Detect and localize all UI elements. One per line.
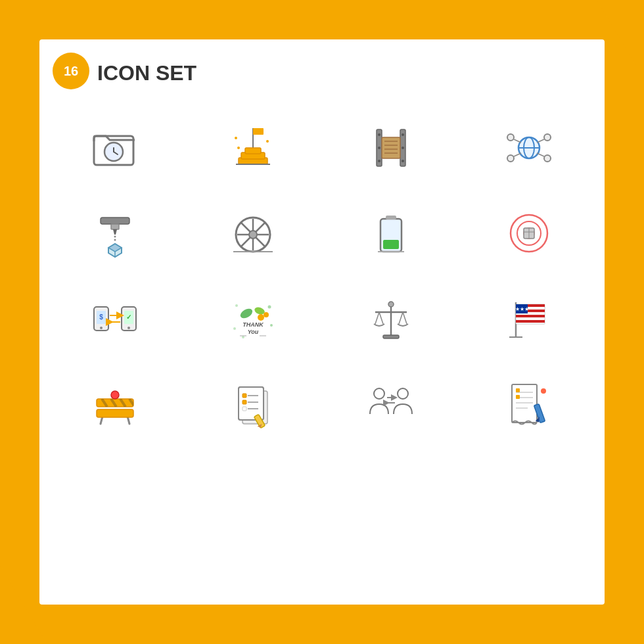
svg-point-77 xyxy=(270,324,273,327)
icon-receipt-pen xyxy=(467,368,591,440)
svg-rect-133 xyxy=(516,395,520,399)
svg-point-40 xyxy=(114,236,116,238)
icon-battery xyxy=(329,197,453,269)
svg-rect-38 xyxy=(111,224,119,229)
icon-film-scroll xyxy=(329,112,453,184)
svg-text:$: $ xyxy=(99,313,103,321)
svg-point-125 xyxy=(374,388,384,399)
svg-point-21 xyxy=(378,147,380,149)
svg-rect-88 xyxy=(383,335,399,338)
icon-wheel xyxy=(191,197,315,269)
svg-point-31 xyxy=(507,155,514,162)
svg-rect-117 xyxy=(242,394,246,398)
svg-line-51 xyxy=(241,223,250,232)
svg-point-79 xyxy=(239,307,254,320)
svg-line-93 xyxy=(403,312,407,324)
svg-point-76 xyxy=(233,327,236,330)
svg-rect-57 xyxy=(386,216,396,219)
svg-line-52 xyxy=(256,237,265,246)
svg-line-92 xyxy=(399,312,403,324)
svg-rect-37 xyxy=(101,218,129,224)
svg-marker-39 xyxy=(113,229,117,235)
svg-point-23 xyxy=(402,133,404,136)
svg-rect-11 xyxy=(245,148,261,154)
svg-point-30 xyxy=(544,134,551,141)
svg-point-82 xyxy=(264,312,269,317)
svg-point-73 xyxy=(127,327,130,329)
svg-line-90 xyxy=(375,312,379,324)
svg-point-24 xyxy=(402,147,404,149)
svg-point-126 xyxy=(398,388,408,399)
svg-text:You: You xyxy=(248,329,259,335)
svg-rect-101 xyxy=(516,320,545,323)
svg-rect-15 xyxy=(382,137,400,158)
svg-point-4 xyxy=(235,137,237,139)
icon-global-network xyxy=(467,112,591,184)
svg-rect-132 xyxy=(516,388,520,392)
icon-grid: $ ✓ xyxy=(53,112,591,440)
page-title: ICON SET xyxy=(97,61,196,85)
svg-point-32 xyxy=(544,155,551,162)
svg-rect-119 xyxy=(242,400,246,404)
svg-point-81 xyxy=(258,314,264,321)
svg-point-69 xyxy=(100,327,103,329)
svg-rect-58 xyxy=(383,240,399,249)
icon-gold-bars xyxy=(191,112,315,184)
svg-point-113 xyxy=(111,391,119,399)
icon-folder-clock xyxy=(53,112,177,184)
icon-target-box xyxy=(467,197,591,269)
badge-number: 16 xyxy=(53,53,89,89)
icon-mobile-payment: $ ✓ xyxy=(53,283,177,355)
svg-line-53 xyxy=(256,223,265,232)
svg-point-136 xyxy=(541,388,546,394)
svg-point-75 xyxy=(268,306,271,309)
icon-road-barrier xyxy=(53,368,177,440)
svg-rect-107 xyxy=(97,409,133,417)
icon-thank-you: THANK You xyxy=(191,283,315,355)
svg-point-29 xyxy=(507,134,514,141)
icon-3d-printing xyxy=(53,197,177,269)
svg-point-5 xyxy=(266,140,269,143)
icon-people-arrows xyxy=(329,368,453,440)
svg-text:THANK: THANK xyxy=(242,321,264,328)
svg-point-20 xyxy=(378,133,380,136)
svg-point-78 xyxy=(242,336,244,338)
svg-text:✓: ✓ xyxy=(126,313,131,321)
icon-justice-scale xyxy=(329,283,453,355)
icon-checklist xyxy=(191,368,315,440)
svg-point-25 xyxy=(402,160,404,162)
svg-point-41 xyxy=(114,239,116,241)
svg-point-74 xyxy=(235,304,238,307)
svg-line-54 xyxy=(241,237,250,246)
svg-point-22 xyxy=(378,160,380,162)
svg-rect-100 xyxy=(516,315,545,317)
svg-point-6 xyxy=(237,147,240,149)
svg-text:★★★: ★★★ xyxy=(515,306,529,312)
svg-point-94 xyxy=(388,302,394,307)
svg-rect-127 xyxy=(512,384,537,423)
svg-line-91 xyxy=(379,312,383,324)
icon-usa-flag: ★★★ xyxy=(467,283,591,355)
svg-rect-8 xyxy=(253,128,264,135)
